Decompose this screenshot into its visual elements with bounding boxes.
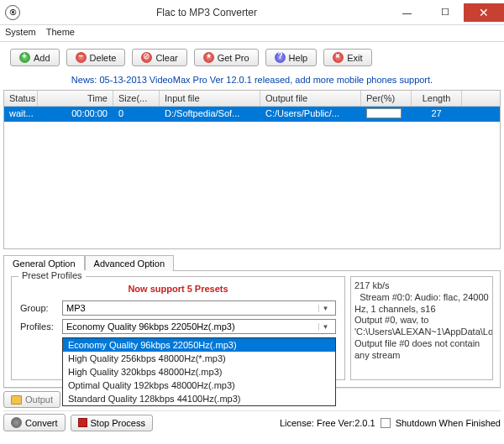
progress-bar [366, 108, 402, 118]
exit-label: Exit [347, 53, 362, 63]
clear-label: Clear [155, 53, 177, 63]
chevron-down-icon: ▼ [318, 305, 332, 312]
add-button[interactable]: Add [10, 49, 60, 66]
delete-button[interactable]: Delete [66, 49, 126, 66]
menu-theme[interactable]: Theme [46, 27, 75, 39]
clear-button[interactable]: Clear [132, 49, 186, 66]
menu-system[interactable]: System [5, 27, 36, 39]
shutdown-label: Shutdown When Finished [396, 418, 501, 428]
profiles-label: Profiles: [20, 321, 59, 332]
profile-option[interactable]: High Quality 256kbps 48000Hz(*.mp3) [63, 352, 335, 365]
help-label: Help [289, 53, 308, 63]
cell-output: C:/Users/Public/... [260, 107, 361, 122]
clear-icon [141, 52, 152, 63]
getpro-button[interactable]: Get Pro [194, 49, 259, 66]
table-row[interactable]: wait... 00:00:00 0 D:/Softpedia/Sof... C… [4, 107, 500, 122]
col-output[interactable]: Output file [260, 91, 361, 106]
tab-advanced[interactable]: Advanced Option [85, 255, 174, 271]
delete-label: Delete [90, 53, 117, 63]
profile-option[interactable]: Standard Quality 128kbps 44100Hz(.mp3) [63, 392, 335, 405]
profiles-dropdown: Economy Quality 96kbps 22050Hz(.mp3) Hig… [62, 337, 336, 406]
profile-option[interactable]: High Quality 320kbps 48000Hz(.mp3) [63, 365, 335, 379]
stream-info-pane: 217 kb/s Stream #0:0: Audio: flac, 24000… [350, 276, 493, 380]
cell-status: wait... [4, 107, 38, 122]
cell-length: 27 [412, 107, 462, 122]
output-label: Output [25, 394, 53, 405]
tab-general[interactable]: General Option [3, 255, 85, 271]
col-length[interactable]: Length [412, 91, 462, 106]
cell-size: 0 [113, 107, 160, 122]
convert-label: Convert [25, 418, 58, 428]
col-status[interactable]: Status [4, 91, 38, 106]
group-label: Group: [20, 303, 59, 313]
cell-input: D:/Softpedia/Sof... [160, 107, 260, 122]
col-input[interactable]: Input file [160, 91, 260, 106]
star-icon [203, 52, 214, 63]
table-header: Status Time Size(... Input file Output f… [4, 91, 500, 107]
profile-option[interactable]: Optimal Quality 192kbps 48000Hz(.mp3) [63, 379, 335, 392]
exit-icon [333, 52, 344, 63]
profiles-combo[interactable]: Economy Quality 96kbps 22050Hz(.mp3) ▼ [62, 319, 336, 334]
news-link[interactable]: News: 05-13-2013 VideoMax Pro Ver 12.0.1… [0, 73, 504, 90]
cell-per [361, 107, 412, 122]
cell-time: 00:00:00 [38, 107, 113, 122]
stop-icon [78, 418, 87, 427]
col-size[interactable]: Size(... [113, 91, 160, 106]
help-button[interactable]: Help [265, 49, 318, 66]
preset-profiles-group: Preset Profiles Now support 5 Presets Gr… [11, 276, 345, 380]
chevron-down-icon: ▼ [318, 323, 332, 331]
group-value: MP3 [66, 303, 318, 313]
app-icon: ⦿ [5, 5, 20, 20]
col-time[interactable]: Time [38, 91, 113, 106]
col-per[interactable]: Per(%) [361, 91, 412, 106]
profiles-value: Economy Quality 96kbps 22050Hz(.mp3) [66, 321, 318, 332]
output-button[interactable]: Output [3, 391, 60, 408]
stream-info-text: 217 kb/s Stream #0:0: Audio: flac, 24000… [354, 280, 489, 361]
getpro-label: Get Pro [218, 53, 249, 63]
exit-button[interactable]: Exit [323, 49, 371, 66]
convert-button[interactable]: Convert [3, 414, 66, 431]
stop-label: Stop Process [91, 418, 145, 428]
gear-icon [11, 417, 22, 428]
delete-icon [76, 52, 87, 63]
group-combo[interactable]: MP3 ▼ [62, 300, 336, 316]
window-title: Flac to MP3 Converter [25, 7, 388, 18]
shutdown-checkbox[interactable] [381, 418, 391, 428]
minimize-button[interactable]: — [388, 3, 426, 22]
preset-support-text: Now support 5 Presets [20, 284, 336, 294]
folder-icon [11, 395, 22, 405]
close-button[interactable]: ✕ [464, 3, 504, 22]
preset-legend: Preset Profiles [18, 270, 86, 280]
maximize-button[interactable]: ☐ [426, 3, 464, 22]
add-label: Add [34, 53, 50, 63]
file-table: Status Time Size(... Input file Output f… [3, 90, 501, 249]
license-text: License: Free Ver:2.0.1 [280, 418, 375, 428]
add-icon [19, 52, 30, 63]
stop-button[interactable]: Stop Process [71, 415, 153, 431]
help-icon [275, 52, 286, 63]
profile-option[interactable]: Economy Quality 96kbps 22050Hz(.mp3) [63, 338, 335, 352]
